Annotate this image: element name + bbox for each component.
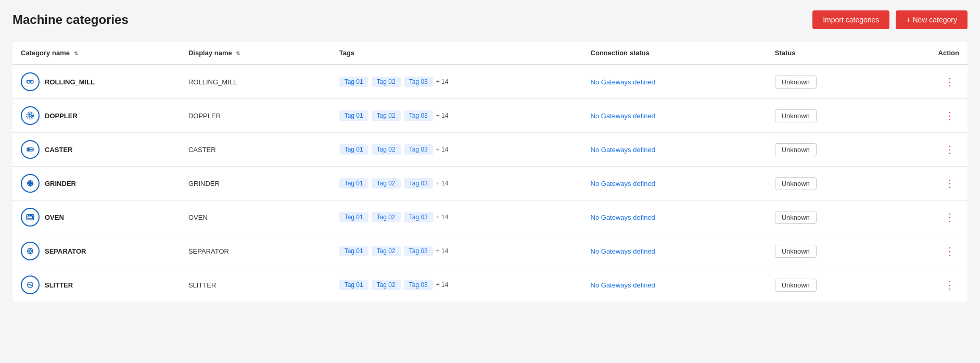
display-name-text: DOPPLER	[188, 112, 221, 120]
tag-badge: Tag 01	[339, 178, 368, 189]
connection-status-cell: No Gateways defined	[582, 167, 767, 201]
category-name-cell: SEPARATOR	[12, 234, 180, 268]
status-badge: Unknown	[775, 279, 817, 292]
tag-badge: Tag 02	[372, 110, 401, 121]
page-title: Machine categories	[12, 12, 129, 27]
tag-badge: Tag 01	[339, 246, 368, 256]
table-header-row: Category name ⇅ Display name ⇅ Tags Conn…	[12, 42, 968, 65]
display-name-text: SEPARATOR	[188, 247, 229, 255]
tag-more: + 14	[436, 112, 449, 119]
connection-status-text: No Gateways defined	[591, 281, 655, 289]
action-menu-button[interactable]: ⋮	[940, 108, 959, 123]
action-menu-button[interactable]: ⋮	[940, 176, 959, 191]
category-icon	[21, 174, 40, 193]
tag-more: + 14	[436, 247, 449, 255]
tag-badge: Tag 01	[339, 110, 368, 121]
display-name-text: SLITTER	[188, 281, 216, 289]
display-name-text: OVEN	[188, 214, 208, 221]
svg-point-11	[30, 183, 31, 184]
import-categories-button[interactable]: Import categories	[812, 10, 889, 29]
display-name-text: ROLLING_MILL	[188, 78, 237, 86]
action-cell: ⋮	[900, 234, 968, 268]
action-menu-button[interactable]: ⋮	[940, 74, 959, 89]
col-header-category-name[interactable]: Category name ⇅	[12, 42, 180, 65]
new-category-button[interactable]: + New category	[896, 10, 968, 29]
col-header-action: Action	[900, 42, 968, 65]
category-icon	[21, 106, 40, 125]
display-name-cell: DOPPLER	[180, 99, 331, 133]
connection-status-text: No Gateways defined	[591, 146, 655, 154]
category-name-cell: SLITTER	[12, 268, 180, 302]
category-name-text: SLITTER	[45, 281, 73, 289]
status-badge: Unknown	[775, 245, 817, 258]
status-badge: Unknown	[775, 211, 817, 224]
display-name-cell: SEPARATOR	[180, 234, 331, 268]
table-row: OVEN OVENTag 01Tag 02Tag 03+ 14No Gatewa…	[12, 201, 968, 234]
connection-status-text: No Gateways defined	[591, 214, 655, 221]
tags-cell: Tag 01Tag 02Tag 03+ 14	[331, 133, 582, 167]
display-name-text: CASTER	[188, 146, 216, 154]
status-badge: Unknown	[775, 76, 817, 89]
action-menu-button[interactable]: ⋮	[940, 210, 959, 224]
action-cell: ⋮	[900, 133, 968, 167]
action-menu-button[interactable]: ⋮	[940, 278, 959, 292]
tags-cell: Tag 01Tag 02Tag 03+ 14	[331, 201, 582, 234]
category-name-cell: DOPPLER	[12, 99, 180, 133]
tag-badge: Tag 02	[372, 77, 401, 87]
tags-cell: Tag 01Tag 02Tag 03+ 14	[331, 234, 582, 268]
col-header-display-name[interactable]: Display name ⇅	[180, 42, 331, 65]
status-badge: Unknown	[775, 177, 817, 190]
status-cell: Unknown	[767, 65, 901, 99]
connection-status-cell: No Gateways defined	[582, 99, 767, 133]
display-name-cell: OVEN	[180, 201, 331, 234]
category-icon	[21, 242, 40, 260]
tag-badge: Tag 02	[372, 246, 401, 256]
connection-status-text: No Gateways defined	[591, 78, 655, 86]
action-cell: ⋮	[900, 65, 968, 99]
tag-badge: Tag 03	[404, 212, 433, 222]
status-badge: Unknown	[775, 143, 817, 156]
svg-point-16	[31, 215, 32, 216]
tags-cell: Tag 01Tag 02Tag 03+ 14	[331, 99, 582, 133]
tag-more: + 14	[436, 78, 449, 85]
connection-status-text: No Gateways defined	[591, 112, 655, 120]
category-name-cell: OVEN	[12, 201, 180, 234]
page-header: Machine categories Import categories + N…	[12, 10, 968, 29]
svg-point-5	[28, 114, 33, 118]
connection-status-cell: No Gateways defined	[582, 133, 767, 167]
connection-status-text: No Gateways defined	[591, 247, 655, 255]
category-name-text: OVEN	[45, 214, 64, 221]
display-name-cell: SLITTER	[180, 268, 331, 302]
tag-badge: Tag 02	[372, 212, 401, 222]
tag-badge: Tag 02	[372, 178, 401, 189]
action-cell: ⋮	[900, 268, 968, 302]
action-cell: ⋮	[900, 167, 968, 201]
category-name-cell: ROLLING_MILL	[12, 65, 180, 99]
status-cell: Unknown	[767, 268, 901, 302]
status-cell: Unknown	[767, 133, 901, 167]
svg-point-8	[28, 149, 30, 151]
category-name-text: SEPARATOR	[45, 247, 86, 255]
action-menu-button[interactable]: ⋮	[940, 244, 959, 258]
table-row: ROLLING_MILL ROLLING_MILLTag 01Tag 02Tag…	[12, 65, 968, 99]
status-cell: Unknown	[767, 234, 901, 268]
tag-badge: Tag 03	[404, 178, 433, 189]
action-cell: ⋮	[900, 201, 968, 234]
sort-icon-category: ⇅	[74, 51, 78, 56]
category-icon	[21, 208, 40, 227]
category-icon	[21, 140, 40, 159]
status-badge: Unknown	[775, 109, 817, 122]
display-name-cell: ROLLING_MILL	[180, 65, 331, 99]
tag-badge: Tag 01	[339, 212, 368, 222]
display-name-cell: GRINDER	[180, 167, 331, 201]
tag-badge: Tag 03	[404, 144, 433, 155]
machine-categories-table: Category name ⇅ Display name ⇅ Tags Conn…	[12, 42, 968, 302]
tag-more: + 14	[436, 146, 449, 153]
status-cell: Unknown	[767, 99, 901, 133]
tag-badge: Tag 03	[404, 246, 433, 256]
action-menu-button[interactable]: ⋮	[940, 142, 959, 157]
connection-status-cell: No Gateways defined	[582, 65, 767, 99]
svg-point-4	[29, 115, 32, 117]
svg-point-14	[28, 215, 29, 216]
connection-status-cell: No Gateways defined	[582, 201, 767, 234]
